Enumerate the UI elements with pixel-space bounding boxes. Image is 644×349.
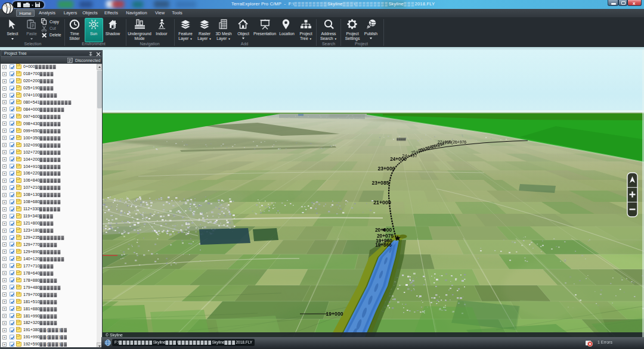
svg-text:19+866: 19+866 (375, 242, 392, 248)
svg-text:20+075: 20+075 (377, 233, 394, 239)
svg-text:21+000: 21+000 (373, 200, 391, 205)
svg-text:27+000(26+976: 27+000(26+976 (438, 140, 466, 145)
svg-text:19+000: 19+000 (326, 311, 343, 317)
svg-text:23+000: 23+000 (378, 166, 395, 172)
svg-text:20+000: 20+000 (375, 227, 392, 233)
svg-text:23+085: 23+085 (372, 180, 389, 186)
svg-text:© Skyline: © Skyline (106, 333, 123, 337)
